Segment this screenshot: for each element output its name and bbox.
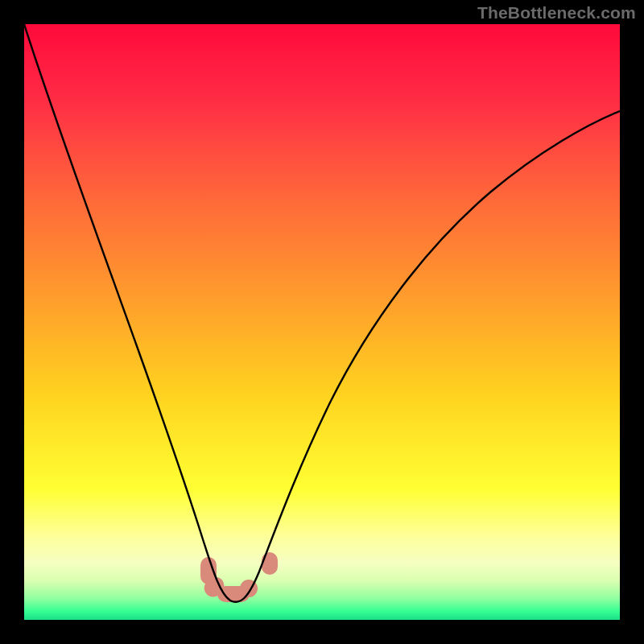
bottleneck-curve (24, 24, 620, 620)
watermark-text: TheBottleneck.com (477, 3, 636, 23)
plot-area (24, 24, 620, 620)
chart-frame: TheBottleneck.com (0, 0, 644, 644)
